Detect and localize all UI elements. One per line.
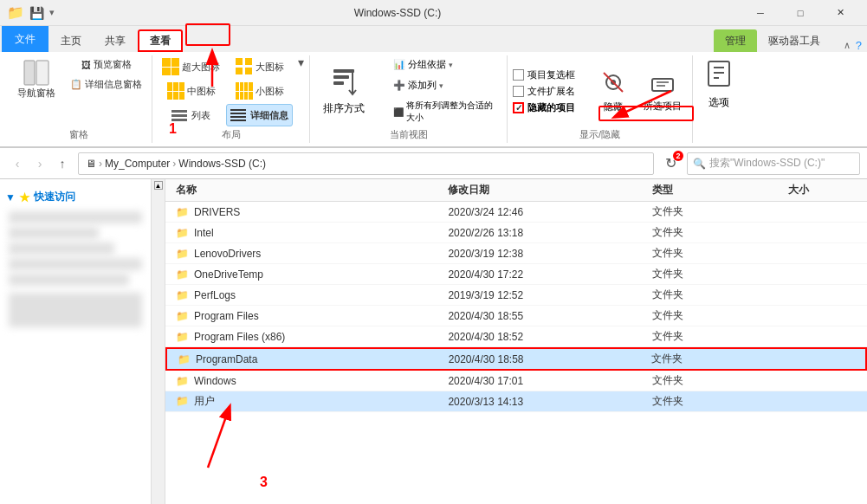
star-icon: ★ (19, 191, 30, 204)
sidebar: ▼ ★ 快速访问 (0, 179, 152, 504)
small-icon (236, 82, 253, 100)
medium-icon-button[interactable]: 中图标 (158, 80, 224, 102)
fit-columns-button[interactable]: ⬛ 将所有列调整为合适的大小 (389, 97, 501, 126)
file-row-intel[interactable]: 📁Intel 2020/2/26 13:18 文件夹 (165, 223, 867, 243)
sidebar-blurred-2 (9, 227, 99, 239)
path-drive: Windows-SSD (C:) (178, 158, 266, 170)
file-row-program-files-x86[interactable]: 📁Program Files (x86) 2020/4/30 18:52 文件夹 (165, 326, 867, 347)
fit-columns-label: 将所有列调整为合适的大小 (406, 100, 497, 124)
refresh-button[interactable]: ↻ 2 (659, 152, 682, 175)
tab-driver-tools[interactable]: 驱动器工具 (757, 29, 831, 52)
hidden-checkbox-row[interactable]: ✓ 隐藏的项目 (513, 101, 575, 114)
close-button[interactable]: ✕ (820, 0, 860, 26)
title-bar-icons: 📁 💾 ▾ (7, 4, 55, 21)
nav-pane-button[interactable]: 导航窗格 (10, 55, 62, 103)
quick-access-label: 快速访问 (34, 190, 75, 204)
maximize-button[interactable]: □ (780, 0, 820, 26)
forward-button[interactable]: › (29, 153, 50, 174)
pane-group-content: 导航窗格 🖼 预览窗格 📋 详细信息窗格 (10, 55, 146, 126)
hidden-checkbox[interactable]: ✓ (513, 102, 524, 113)
file-row-windows[interactable]: 📁Windows 2020/4/30 17:01 文件夹 (165, 371, 867, 391)
help-icon[interactable]: ? (856, 39, 862, 52)
ext-checkbox[interactable] (513, 86, 524, 97)
search-icon: 🔍 (693, 158, 706, 170)
file-row-lenovo[interactable]: 📁LenovoDrivers 2020/3/19 12:38 文件夹 (165, 243, 867, 264)
item-checkbox-row[interactable]: 项目复选框 (513, 68, 575, 81)
address-path[interactable]: 🖥 › My_Computer › Windows-SSD (C:) (78, 152, 654, 175)
nav-pane-label: 导航窗格 (17, 87, 55, 100)
sort-icon (330, 66, 358, 101)
nav-pane-icon (23, 59, 50, 87)
col-date-header[interactable]: 修改日期 (448, 183, 652, 197)
folder-icon-win: 📁 (176, 375, 189, 387)
small-icon-button[interactable]: 小图标 (226, 80, 293, 102)
ext-checkbox-label: 文件扩展名 (527, 85, 575, 98)
group-by-label: 分组依据 (408, 58, 446, 71)
tab-manage[interactable]: 管理 (714, 29, 757, 52)
details-icon: 📋 (70, 79, 82, 90)
quick-access-header[interactable]: ▼ ★ 快速访问 (0, 186, 151, 208)
show-hide-label: 显示/隐藏 (579, 128, 620, 143)
up-button[interactable]: ↑ (52, 153, 73, 174)
pane-group-label: 窗格 (69, 128, 88, 143)
list-button[interactable]: 列表 (158, 104, 224, 126)
file-row-onedrive[interactable]: 📁OneDriveTemp 2020/4/30 17:22 文件夹 (165, 264, 867, 285)
file-area: ▲ 名称 修改日期 类型 大小 📁DRIVERS 2020/3/24 12:46… (152, 179, 867, 504)
details-label: 详细信息窗格 (85, 78, 142, 91)
file-row-programdata[interactable]: 📁ProgramData 2020/4/30 18:58 文件夹 (165, 347, 867, 371)
group-by-button[interactable]: 📊 分组依据 ▾ (389, 55, 501, 74)
ribbon: 文件 主页 共享 查看 管理 驱动器工具 ∧ ? 导航窗格 (0, 26, 867, 148)
ribbon-group-pane: 导航窗格 🖼 预览窗格 📋 详细信息窗格 窗格 (5, 55, 152, 143)
minimize-button[interactable]: ─ (741, 0, 780, 26)
hide-selected-button[interactable]: 所选项目 (638, 68, 687, 115)
folder-icon-drivers: 📁 (176, 206, 189, 218)
sort-button[interactable]: 排序方式 (315, 62, 372, 120)
back-button[interactable]: ‹ (7, 153, 28, 174)
col-name-header[interactable]: 名称 (176, 183, 448, 197)
add-column-button[interactable]: ➕ 添加列 ▾ (389, 76, 501, 94)
ribbon-collapse-icon[interactable]: ∧ (844, 40, 851, 51)
preview-icon: 🖼 (81, 60, 91, 70)
ext-checkbox-row[interactable]: 文件扩展名 (513, 85, 575, 98)
large-icon-button[interactable]: 大图标 (226, 55, 293, 78)
hidden-checkbox-label: 隐藏的项目 (527, 101, 575, 114)
sidebar-blurred-4 (9, 258, 142, 270)
col-size-header[interactable]: 大小 (788, 183, 857, 197)
nav-arrows: ‹ › ↑ (7, 153, 73, 174)
extra-large-icon-button[interactable]: 超大图标 (158, 55, 224, 78)
folder-icon-onedrive: 📁 (176, 268, 189, 281)
details-button[interactable]: 详细信息 (226, 104, 293, 126)
layout-group-label: 布局 (222, 128, 241, 143)
file-row-program-files[interactable]: 📁Program Files 2020/4/30 18:55 文件夹 (165, 306, 867, 326)
item-checkbox[interactable] (513, 69, 524, 81)
search-box[interactable]: 🔍 搜索"Windows-SSD (C:)" (687, 152, 860, 175)
tab-share[interactable]: 共享 (94, 29, 137, 52)
folder-icon-pd: 📁 (178, 353, 191, 365)
sort-label: 排序方式 (323, 101, 365, 116)
file-row-perflogs[interactable]: 📁PerfLogs 2019/3/19 12:52 文件夹 (165, 285, 867, 306)
col-type-header[interactable]: 类型 (652, 183, 788, 197)
ribbon-tabs: 文件 主页 共享 查看 管理 驱动器工具 ∧ ? (0, 26, 867, 52)
tab-view[interactable]: 查看 (138, 29, 183, 52)
hide-button[interactable]: 隐藏 (595, 67, 631, 116)
svg-rect-0 (24, 61, 35, 85)
sidebar-blurred-3 (9, 242, 114, 255)
path-my-computer: My_Computer (105, 158, 170, 170)
file-scroll-area: ▲ 名称 修改日期 类型 大小 📁DRIVERS 2020/3/24 12:46… (152, 179, 867, 504)
title-bar: 📁 💾 ▾ Windows-SSD (C:) ─ □ ✕ (0, 0, 867, 26)
file-row-users[interactable]: 📁用户 2020/3/13 14:13 文件夹 (165, 391, 867, 412)
scroll-up-btn[interactable]: ▲ (154, 181, 163, 190)
layout-expand-icon[interactable]: ▾ (298, 55, 304, 69)
folder-icon-perflogs: 📁 (176, 289, 189, 301)
file-list-header: 名称 修改日期 类型 大小 (165, 179, 867, 202)
file-row-drivers[interactable]: 📁DRIVERS 2020/3/24 12:46 文件夹 (165, 202, 867, 223)
tab-home[interactable]: 主页 (49, 29, 93, 52)
ribbon-group-current-view: 排序方式 📊 分组依据 ▾ ➕ 添加列 ▾ (310, 55, 508, 143)
options-label: 选项 (708, 95, 729, 110)
preview-pane-button[interactable]: 🖼 预览窗格 (66, 55, 146, 74)
details-pane-button[interactable]: 📋 详细信息窗格 (66, 75, 146, 94)
tab-file[interactable]: 文件 (2, 26, 49, 52)
options-button[interactable]: 选项 (698, 55, 740, 113)
hide-selected-icon (650, 70, 676, 100)
folder-icon-intel: 📁 (176, 227, 189, 239)
